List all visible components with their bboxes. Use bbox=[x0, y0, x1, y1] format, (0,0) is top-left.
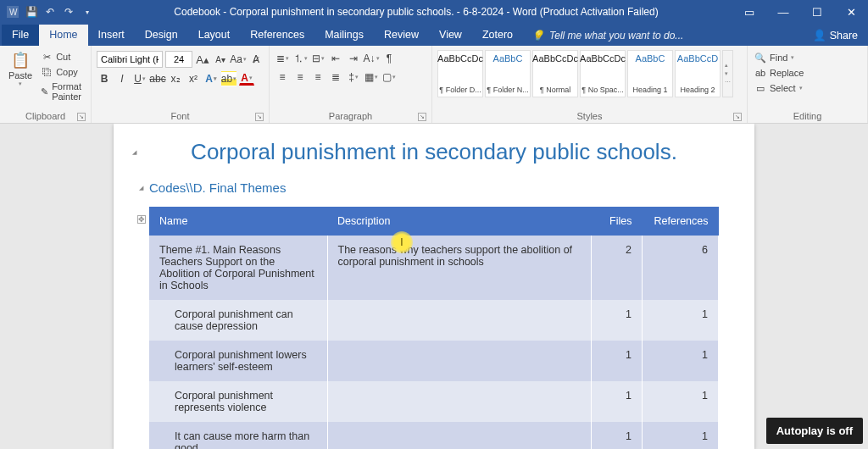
redo-icon[interactable]: ↷ bbox=[63, 6, 75, 18]
table-row[interactable]: Corporal punishment represents violence1… bbox=[149, 381, 719, 422]
text-effects-icon[interactable]: A bbox=[203, 71, 219, 86]
undo-icon[interactable]: ↶ bbox=[44, 6, 56, 18]
style-item[interactable]: AaBbCcDc¶ Folder D... bbox=[437, 50, 483, 97]
word-app-icon: W bbox=[7, 6, 19, 18]
replace-icon: ab bbox=[754, 67, 766, 79]
font-size-input[interactable] bbox=[165, 51, 192, 68]
window-title: Codebook - Corporal punishment in second… bbox=[100, 6, 732, 18]
styles-dialog-launcher[interactable]: ↘ bbox=[733, 113, 742, 121]
paste-button[interactable]: 📋 Paste ▾ bbox=[5, 48, 36, 89]
format-painter-icon: ✎ bbox=[41, 86, 48, 97]
tab-view[interactable]: View bbox=[429, 25, 472, 46]
codes-table: Name Description Files References Theme … bbox=[149, 207, 719, 449]
font-color-icon[interactable]: A bbox=[239, 73, 254, 86]
window-controls: ▭ — ☐ ✕ bbox=[732, 0, 868, 24]
table-row[interactable]: Corporal punishment can cause depression… bbox=[149, 300, 719, 341]
table-move-handle[interactable]: ✥ bbox=[137, 215, 146, 224]
minimize-button[interactable]: — bbox=[766, 0, 800, 24]
tab-review[interactable]: Review bbox=[374, 25, 429, 46]
increase-indent-icon[interactable]: ⇥ bbox=[346, 51, 361, 66]
group-clipboard: 📋 Paste ▾ ✂Cut ⿻Copy ✎Format Painter Cli… bbox=[0, 46, 92, 123]
align-right-icon[interactable]: ≡ bbox=[310, 69, 326, 85]
font-name-input[interactable] bbox=[97, 51, 163, 68]
style-item[interactable]: AaBbCcDc¶ Normal bbox=[532, 50, 578, 97]
tab-layout[interactable]: Layout bbox=[188, 25, 241, 46]
autoplay-toast[interactable]: Autoplay is off bbox=[766, 418, 863, 444]
maximize-button[interactable]: ☐ bbox=[800, 0, 834, 24]
tab-zotero[interactable]: Zotero bbox=[472, 25, 523, 46]
close-button[interactable]: ✕ bbox=[834, 0, 868, 24]
group-editing: 🔍Find ▾ abReplace ▭Select ▾ Editing bbox=[748, 46, 868, 123]
strike-icon[interactable]: abc bbox=[150, 71, 165, 86]
font-dialog-launcher[interactable]: ↘ bbox=[255, 113, 264, 121]
paste-icon: 📋 bbox=[10, 50, 31, 70]
format-painter-button[interactable]: ✎Format Painter bbox=[39, 80, 87, 103]
paragraph-dialog-launcher[interactable]: ↘ bbox=[418, 113, 426, 121]
align-center-icon[interactable]: ≡ bbox=[292, 69, 308, 85]
tab-references[interactable]: References bbox=[240, 25, 314, 46]
grow-font-icon[interactable]: A▴ bbox=[195, 52, 210, 67]
table-row[interactable]: Corporal punishment lowers learners' sel… bbox=[149, 341, 719, 381]
group-paragraph: ≣ ⒈ ⊟ ⇤ ⇥ A↓ ¶ ≡ ≡ ≡ ≣ ‡ ▦ ▢ Paragraph↘ bbox=[270, 46, 432, 123]
document-area[interactable]: Corporal punishment in secondary public … bbox=[0, 124, 868, 449]
ribbon-options-icon[interactable]: ▭ bbox=[732, 0, 766, 24]
find-button[interactable]: 🔍Find ▾ bbox=[753, 51, 796, 64]
change-case-icon[interactable]: Aa bbox=[231, 52, 246, 67]
copy-icon: ⿻ bbox=[41, 66, 53, 78]
tab-insert[interactable]: Insert bbox=[88, 25, 135, 46]
col-desc: Description bbox=[327, 207, 592, 236]
cut-icon: ✂ bbox=[41, 51, 53, 63]
line-spacing-icon[interactable]: ‡ bbox=[346, 69, 361, 85]
tab-home[interactable]: Home bbox=[39, 25, 87, 46]
group-styles: AaBbCcDc¶ Folder D...AaBbC¶ Folder N...A… bbox=[432, 46, 748, 123]
save-icon[interactable]: 💾 bbox=[25, 6, 37, 18]
superscript-icon[interactable]: x² bbox=[186, 71, 201, 86]
share-icon: 👤 bbox=[813, 29, 826, 42]
table-row[interactable]: It can cause more harm than good11 bbox=[149, 422, 719, 449]
tell-me-search[interactable]: 💡Tell me what you want to do... bbox=[523, 25, 692, 46]
tab-file[interactable]: File bbox=[2, 25, 39, 46]
cursor-highlight: I bbox=[391, 231, 413, 253]
sort-icon[interactable]: A↓ bbox=[364, 51, 379, 66]
underline-icon[interactable]: U bbox=[132, 71, 147, 86]
italic-icon[interactable]: I bbox=[114, 71, 130, 86]
copy-button[interactable]: ⿻Copy bbox=[39, 65, 87, 79]
style-item[interactable]: AaBbCcDHeading 2 bbox=[675, 50, 721, 97]
shading-icon[interactable]: ▦ bbox=[364, 69, 379, 85]
subscript-icon[interactable]: x₂ bbox=[168, 71, 183, 86]
replace-button[interactable]: abReplace bbox=[753, 66, 805, 80]
table-row[interactable]: Theme #1. Main Reasons Teachers Support … bbox=[149, 236, 719, 300]
show-marks-icon[interactable]: ¶ bbox=[381, 51, 397, 66]
lightbulb-icon: 💡 bbox=[531, 30, 544, 42]
titlebar: W 💾 ↶ ↷ ▾ Codebook - Corporal punishment… bbox=[0, 0, 868, 24]
col-files: Files bbox=[592, 207, 643, 236]
share-button[interactable]: 👤Share bbox=[804, 25, 866, 46]
tab-mailings[interactable]: Mailings bbox=[314, 25, 374, 46]
quick-access-toolbar: W 💾 ↶ ↷ ▾ bbox=[0, 6, 100, 18]
clear-format-icon[interactable]: A̷ bbox=[248, 52, 264, 67]
style-item[interactable]: AaBbC¶ Folder N... bbox=[485, 50, 531, 97]
highlight-icon[interactable]: ab bbox=[221, 71, 236, 86]
doc-subtitle: Codes\\D. Final Themes bbox=[149, 180, 719, 195]
multilevel-icon[interactable]: ⊟ bbox=[310, 51, 326, 66]
select-icon: ▭ bbox=[754, 82, 766, 94]
bold-icon[interactable]: B bbox=[97, 71, 112, 86]
cut-button[interactable]: ✂Cut bbox=[39, 50, 87, 64]
style-item[interactable]: AaBbCcDc¶ No Spac... bbox=[580, 50, 626, 97]
tab-design[interactable]: Design bbox=[135, 25, 188, 46]
shrink-font-icon[interactable]: A▾ bbox=[213, 52, 228, 67]
bullets-icon[interactable]: ≣ bbox=[275, 51, 290, 66]
find-icon: 🔍 bbox=[754, 52, 766, 64]
col-refs: References bbox=[643, 207, 719, 236]
decrease-indent-icon[interactable]: ⇤ bbox=[328, 51, 343, 66]
numbering-icon[interactable]: ⒈ bbox=[292, 51, 308, 66]
borders-icon[interactable]: ▢ bbox=[381, 69, 397, 85]
styles-more-button[interactable]: ▴▾⋯ bbox=[722, 50, 733, 97]
style-item[interactable]: AaBbCHeading 1 bbox=[627, 50, 673, 97]
select-button[interactable]: ▭Select ▾ bbox=[753, 81, 804, 95]
justify-icon[interactable]: ≣ bbox=[328, 69, 343, 85]
clipboard-dialog-launcher[interactable]: ↘ bbox=[77, 113, 86, 121]
qat-more-icon[interactable]: ▾ bbox=[81, 6, 93, 18]
align-left-icon[interactable]: ≡ bbox=[275, 69, 290, 85]
col-name: Name bbox=[149, 207, 327, 236]
